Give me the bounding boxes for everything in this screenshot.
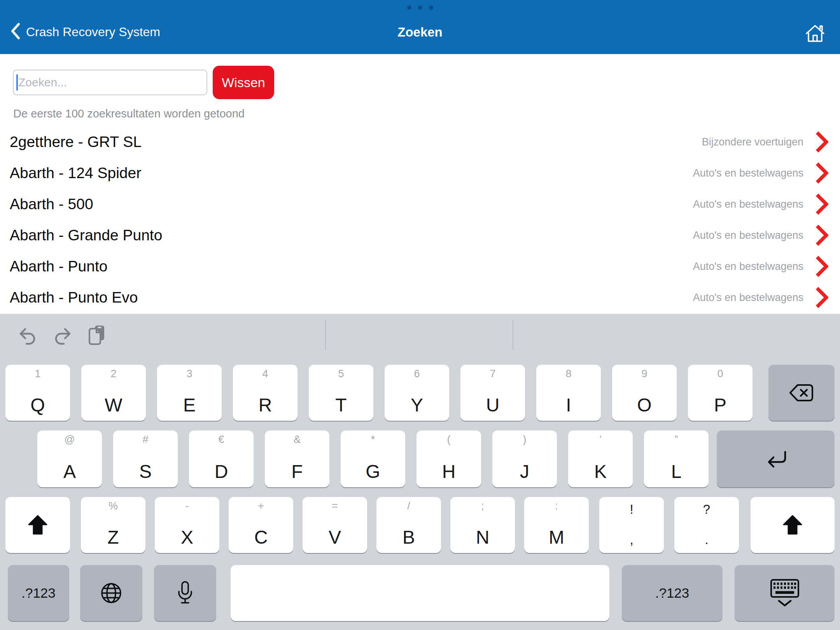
key-hint: 8 [536, 369, 601, 379]
microphone-key[interactable] [154, 565, 216, 621]
symbols-key-label: .?123 [8, 565, 69, 621]
key-G[interactable]: *G [341, 430, 405, 487]
globe-key[interactable] [80, 565, 142, 621]
key-symbol-bottom: , [599, 533, 664, 547]
onscreen-keyboard: 1Q2W3E4R5T6Y7U8I9O0P@A#S€D&F*G(H)J’K”L%Z… [0, 314, 840, 630]
results-list: 2getthere - GRT SLBijzondere voertuigenA… [0, 126, 840, 313]
key-letter: L [644, 462, 709, 481]
key-hint: 6 [385, 369, 449, 379]
key-letter: W [81, 396, 146, 415]
key-R[interactable]: 4R [233, 365, 298, 421]
key-hint: 9 [612, 369, 677, 379]
key-letter: X [155, 528, 219, 547]
key-letter: V [303, 528, 367, 547]
chevron-right-icon [815, 162, 828, 184]
key-hint: = [303, 501, 367, 511]
key-E[interactable]: 3E [157, 365, 222, 421]
key-hint: ( [416, 434, 481, 445]
key-hint: @ [37, 434, 102, 445]
key-Z[interactable]: %Z [81, 497, 145, 553]
chevron-right-icon [815, 131, 828, 153]
redo-button[interactable] [54, 327, 72, 347]
shift-key-right[interactable] [751, 497, 835, 553]
list-item[interactable]: Abarth - Punto EvoAuto's en bestelwagens [0, 282, 840, 313]
space-key[interactable] [231, 565, 609, 621]
key-L[interactable]: ”L [644, 430, 709, 487]
key-letter: K [568, 462, 633, 481]
list-item[interactable]: Abarth - 124 SpiderAuto's en bestelwagen… [0, 158, 840, 189]
symbols-key-right[interactable]: .?123 [622, 565, 723, 621]
key-O[interactable]: 9O [612, 365, 677, 421]
key-punctuation[interactable]: !, [599, 497, 664, 553]
symbols-key-left[interactable]: .?123 [8, 565, 69, 621]
key-letter: R [233, 396, 298, 415]
key-hint: 2 [81, 369, 146, 379]
list-item[interactable]: Abarth - Grande PuntoAuto's en bestelwag… [0, 220, 840, 251]
chevron-right-icon [815, 256, 828, 277]
key-letter: P [688, 396, 752, 415]
key-letter: Y [385, 396, 449, 415]
chevron-right-icon [815, 287, 828, 308]
vehicle-category: Auto's en bestelwagens [693, 292, 803, 304]
list-item[interactable]: Abarth - 500Auto's en bestelwagens [0, 189, 840, 220]
key-D[interactable]: €D [189, 430, 254, 487]
backspace-key[interactable] [768, 365, 835, 421]
key-letter: J [492, 462, 557, 481]
vehicle-category: Auto's en bestelwagens [693, 167, 803, 179]
key-S[interactable]: #S [113, 430, 178, 487]
key-W[interactable]: 2W [81, 365, 146, 421]
key-X[interactable]: -X [155, 497, 219, 553]
key-K[interactable]: ’K [568, 430, 633, 487]
key-T[interactable]: 5T [309, 365, 373, 421]
key-hint: ; [450, 501, 515, 511]
key-J[interactable]: )J [492, 430, 557, 487]
shift-icon [751, 497, 835, 553]
dismiss-keyboard-key[interactable] [735, 565, 835, 621]
undo-button[interactable] [19, 327, 37, 347]
key-hint: 4 [233, 369, 298, 379]
search-input[interactable]: Zoeken... [13, 70, 207, 95]
text-caret [16, 74, 18, 91]
key-I[interactable]: 8I [536, 365, 601, 421]
key-V[interactable]: =V [303, 497, 367, 553]
key-hint: / [376, 501, 441, 511]
vehicle-category: Auto's en bestelwagens [693, 261, 803, 273]
key-Q[interactable]: 1Q [5, 365, 70, 421]
key-letter: B [376, 528, 441, 547]
key-letter: M [524, 528, 589, 547]
list-item[interactable]: 2getthere - GRT SLBijzondere voertuigen [0, 126, 840, 158]
vehicle-name: 2getthere - GRT SL [10, 133, 702, 150]
vehicle-category: Bijzondere voertuigen [702, 136, 803, 148]
key-F[interactable]: &F [265, 430, 329, 487]
return-key[interactable] [717, 430, 835, 487]
key-punctuation[interactable]: ?. [674, 497, 739, 553]
key-C[interactable]: +C [229, 497, 293, 553]
key-letter: D [189, 462, 254, 481]
vehicle-category: Auto's en bestelwagens [693, 198, 803, 210]
key-H[interactable]: (H [416, 430, 481, 487]
key-B[interactable]: /B [376, 497, 441, 553]
vehicle-name: Abarth - Punto [10, 258, 693, 275]
shift-key-left[interactable] [5, 497, 70, 553]
key-letter: O [612, 396, 677, 415]
key-letter: Q [5, 396, 70, 415]
key-letter: A [37, 462, 102, 481]
key-A[interactable]: @A [37, 430, 102, 487]
multitasking-indicator-icon[interactable] [0, 5, 840, 10]
page-title: Zoeken [0, 25, 840, 40]
key-letter: Z [81, 528, 145, 547]
key-U[interactable]: 7U [460, 365, 525, 421]
key-hint: ) [492, 434, 557, 445]
key-N[interactable]: ;N [450, 497, 515, 553]
key-P[interactable]: 0P [688, 365, 752, 421]
key-hint: * [341, 434, 405, 445]
key-M[interactable]: :M [524, 497, 589, 553]
microphone-icon [154, 565, 216, 621]
list-item[interactable]: Abarth - PuntoAuto's en bestelwagens [0, 251, 840, 282]
key-Y[interactable]: 6Y [385, 365, 449, 421]
toolbar-divider [325, 320, 326, 350]
key-hint: # [113, 434, 178, 445]
paste-button[interactable] [87, 325, 106, 346]
clear-button[interactable]: Wissen [213, 66, 274, 99]
home-button[interactable] [805, 24, 825, 43]
